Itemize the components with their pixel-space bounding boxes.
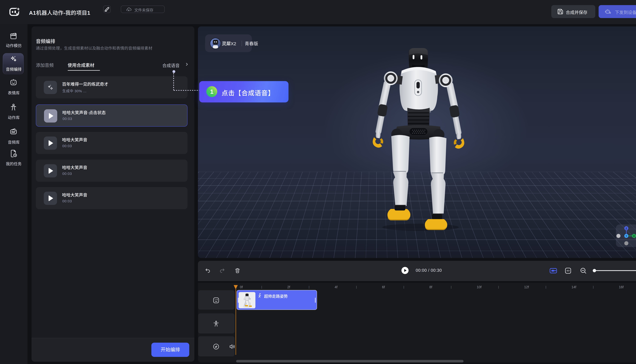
svg-text:Z: Z [626, 227, 627, 230]
svg-text:Y: Y [625, 235, 627, 238]
svg-text:X: X [633, 235, 635, 238]
